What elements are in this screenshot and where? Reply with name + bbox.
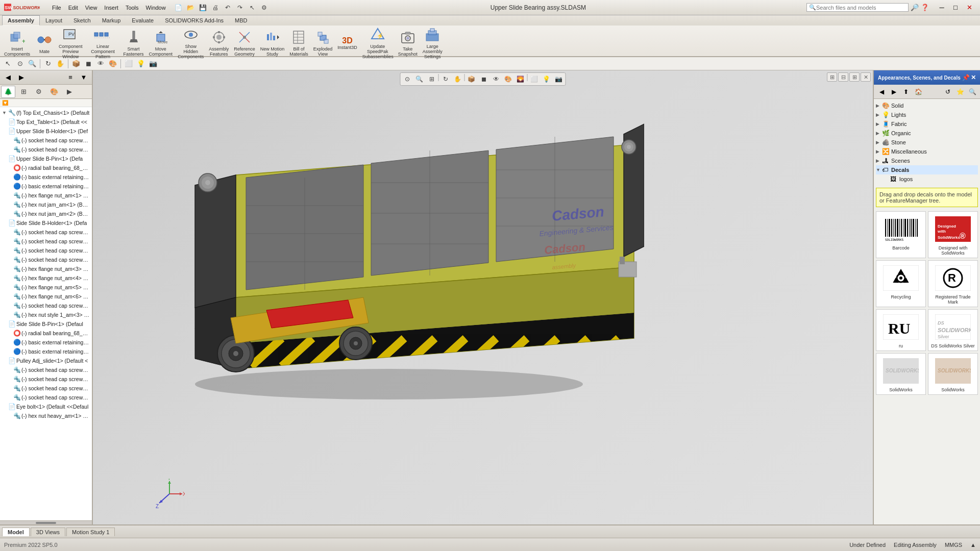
bottom-tab-motion-study[interactable]: Motion Study 1 (66, 528, 115, 536)
camera-btn[interactable]: 📷 (148, 58, 159, 69)
fm-item-hex-flange-nut-6[interactable]: 🔩 (-) hex flange nut_am<6> (B18 (0, 292, 92, 301)
open-btn[interactable]: 📂 (185, 2, 197, 13)
fm-item-hex-nut-jam-2[interactable]: 🔩 (-) hex nut jam_am<2> (B18.2. (0, 209, 92, 218)
insert-components-btn[interactable]: + InsertComponents (2, 29, 32, 58)
view-selector-btn[interactable]: 📦 (70, 58, 82, 69)
zoom-in-btn[interactable]: 🔍 (27, 58, 38, 69)
rp-nav-star[interactable]: ⭐ (954, 86, 966, 97)
rp-close-btn[interactable]: ✕ (971, 74, 976, 81)
section-view-btn[interactable]: ⬜ (123, 58, 134, 69)
search-input[interactable] (816, 5, 898, 11)
rp-item-scenes[interactable]: ▶ 🏞 Scenes (876, 156, 978, 165)
pointer-btn[interactable]: ↖ (247, 2, 258, 13)
bill-of-materials-btn[interactable]: Bill ofMaterials (287, 29, 310, 58)
fm-item-side-slide-b-pin[interactable]: 📄 Side Slide B-Pin<1> (Defaul (0, 319, 92, 329)
new-motion-study-btn[interactable]: New MotionStudy (258, 29, 287, 58)
rp-item-fabric[interactable]: ▶ 🧵 Fabric (876, 119, 978, 129)
fm-item-hex-nut-heavy[interactable]: 🔩 (-) hex nut heavy_am<1> (B18 (0, 411, 92, 420)
status-expand-icon[interactable]: ▲ (970, 542, 976, 548)
viewport[interactable]: ⊙ 🔍 ⊞ ↻ ✋ 📦 ◼ 👁 🎨 🌄 ⬜ 💡 📷 ⊞ ⊟ ⊞ ✕ (93, 70, 873, 524)
fm-tab-display[interactable]: 🎨 (47, 86, 61, 98)
fm-item-socket-screw-7[interactable]: 🔩 (-) socket head cap screw_am< (0, 301, 92, 310)
rp-item-solid[interactable]: ▶ 🎨 Solid (876, 101, 978, 110)
help-btn[interactable]: ❓ (921, 4, 929, 11)
large-assembly-settings-btn[interactable]: LargeAssemblySettings (421, 27, 445, 61)
fm-item-retaining-ring-2[interactable]: 🔵 (-) basic external retaining ring (0, 182, 92, 191)
fm-item-socket-screw-1[interactable]: 🔩 (-) socket head cap screw_am< (0, 136, 92, 145)
decal-barcode[interactable]: SOLIDWORKS Barcode (876, 211, 926, 258)
fm-item-hex-nut-jam-1[interactable]: 🔩 (-) hex nut jam_am<1> (B18.2. (0, 200, 92, 209)
rp-nav-back[interactable]: ◀ (876, 86, 887, 97)
menu-tools[interactable]: Tools (122, 4, 142, 12)
fm-item-socket-screw-2[interactable]: 🔩 (-) socket head cap screw_am< (0, 145, 92, 154)
fm-item-socket-screw-11[interactable]: 🔩 (-) socket head cap screw_am< (0, 393, 92, 402)
select-btn[interactable]: ↖ (2, 58, 13, 69)
rp-item-organic[interactable]: ▶ 🌿 Organic (876, 129, 978, 138)
fm-item-hex-flange-nut-3[interactable]: 🔩 (-) hex flange nut_am<3> (B18 (0, 264, 92, 273)
close-btn[interactable]: ✕ (963, 2, 976, 13)
display-mode-btn[interactable]: ◼ (83, 58, 94, 69)
fm-item-radial-bearing-3[interactable]: ⭕ (-) radial ball bearing_68_am<3 (0, 329, 92, 338)
rp-nav-up[interactable]: ⬆ (900, 86, 912, 97)
lighting-btn[interactable]: 💡 (135, 58, 146, 69)
fm-tab-properties[interactable]: ⊞ (16, 86, 31, 98)
fm-item-top-ext-table[interactable]: 📄 Top Ext_Table<1> (Default << (0, 117, 92, 127)
fm-item-hex-flange-nut-4[interactable]: 🔩 (-) hex flange nut_am<4> (B18 (0, 273, 92, 283)
tab-layout[interactable]: Layout (40, 15, 68, 26)
fm-item-socket-screw-3[interactable]: 🔩 (-) socket head cap screw_am< (0, 228, 92, 237)
fm-collapse-btn[interactable]: ≡ (64, 71, 77, 84)
tab-mbd[interactable]: MBD (229, 15, 253, 26)
vp-close-btn[interactable]: ✕ (861, 72, 871, 82)
linear-component-pattern-btn[interactable]: Linear ComponentPattern (86, 27, 120, 61)
new-btn[interactable]: 📄 (173, 2, 184, 13)
fm-item-socket-screw-9[interactable]: 🔩 (-) socket head cap screw_am< (0, 374, 92, 384)
zoom-to-fit-btn[interactable]: ⊙ (14, 58, 26, 69)
rp-nav-home[interactable]: 🏠 (913, 86, 924, 97)
rp-pin-btn[interactable]: 📌 (962, 74, 970, 81)
fm-item-eye-bolt[interactable]: 📄 Eye bolt<1> (Default <<Defaul (0, 402, 92, 411)
decal-ds-solidworks-silver[interactable]: DS SOLIDWORKS Silver DS SolidWorks Silve… (928, 309, 978, 351)
decal-solidworks-2[interactable]: SOLIDWORKS SolidWorks (928, 353, 978, 395)
mate-btn[interactable]: Mate (33, 32, 56, 56)
show-hidden-components-btn[interactable]: ShowHiddenComponents (176, 27, 206, 61)
fm-item-socket-screw-10[interactable]: 🔩 (-) socket head cap screw_am< (0, 384, 92, 393)
redo-btn[interactable]: ↷ (234, 2, 246, 13)
assembly-features-btn[interactable]: AssemblyFeatures (207, 29, 231, 58)
rp-item-miscellaneous[interactable]: ▶ 🔀 Miscellaneous (876, 147, 978, 156)
decal-designed-with-solidworks[interactable]: Designed with SolidWorks ® Designed with… (928, 211, 978, 258)
fm-item-radial-bearing-1[interactable]: ⭕ (-) radial ball bearing_68_am<1 (0, 163, 92, 172)
fm-item-retaining-ring-4[interactable]: 🔵 (-) basic external retaining ring (0, 347, 92, 356)
save-btn[interactable]: 💾 (198, 2, 209, 13)
rp-item-lights[interactable]: ▶ 💡 Lights (876, 110, 978, 119)
rp-nav-search[interactable]: 🔍 (967, 86, 978, 97)
menu-edit[interactable]: Edit (65, 4, 81, 12)
fm-item-socket-screw-8[interactable]: 🔩 (-) socket head cap screw_am< (0, 365, 92, 374)
print-btn[interactable]: 🖨 (210, 2, 221, 13)
rp-nav-refresh[interactable]: ↺ (942, 86, 953, 97)
fm-item-hex-flange-nut-5[interactable]: 🔩 (-) hex flange nut_am<5> (B18 (0, 283, 92, 292)
fm-item-socket-screw-4[interactable]: 🔩 (-) socket head cap screw_am< (0, 237, 92, 246)
hide-show-btn[interactable]: 👁 (95, 58, 106, 69)
options-btn[interactable]: ⚙ (259, 2, 270, 13)
component-preview-btn[interactable]: PV ComponentPreviewWindow (57, 27, 85, 61)
tab-markup[interactable]: Markup (96, 15, 127, 26)
tab-evaluate[interactable]: Evaluate (126, 15, 159, 26)
menu-window[interactable]: Window (143, 4, 169, 12)
vp-split-h-btn[interactable]: ⊟ (838, 72, 848, 82)
decal-recycling[interactable]: Recycling (876, 260, 926, 307)
smart-fasteners-btn[interactable]: SmartFasteners (121, 29, 146, 58)
fm-tab-config[interactable]: ⚙ (32, 86, 46, 98)
bottom-tab-3d-views[interactable]: 3D Views (31, 528, 65, 536)
vp-expand-btn[interactable]: ⊞ (827, 72, 837, 82)
fm-back-btn[interactable]: ◀ (2, 71, 14, 84)
decal-solidworks-1[interactable]: SOLIDWORKS SolidWorks (876, 353, 926, 395)
decal-ru[interactable]: RU ru (876, 309, 926, 351)
rotate-btn[interactable]: ↻ (42, 58, 54, 69)
rp-item-decals[interactable]: ▼ 🏷 Decals (876, 165, 978, 174)
fm-scroll-thumb[interactable] (36, 522, 56, 524)
fm-item-hex-flange-nut-1[interactable]: 🔩 (-) hex flange nut_am<1> (B18. (0, 191, 92, 200)
fm-item-upper-slide-b-pin[interactable]: 📄 Upper Slide B-Pin<1> (Defa (0, 154, 92, 163)
rp-item-stone[interactable]: ▶ 🪨 Stone (876, 138, 978, 147)
help-search-btn[interactable]: 🔎 (911, 4, 919, 11)
undo-btn[interactable]: ↶ (222, 2, 233, 13)
